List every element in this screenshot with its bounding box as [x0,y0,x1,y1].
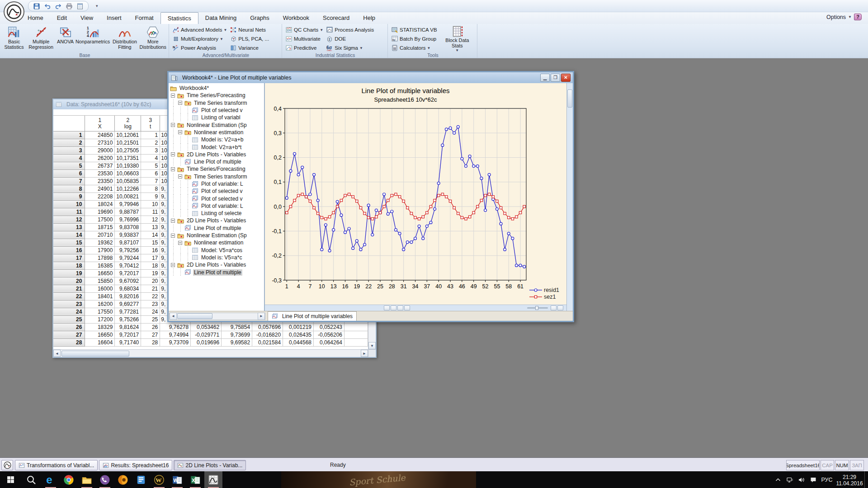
tree-item[interactable]: Plot of variable: L [170,180,264,188]
statusbar-window-tab[interactable]: Transformations of Variabl... [15,460,98,470]
row-header[interactable]: 13 [53,223,85,231]
tab-home[interactable]: Home [21,12,50,24]
power-analysis-button[interactable]: N?Power Analysis [171,44,228,52]
options-menu[interactable]: Options [826,14,846,20]
row-header[interactable]: 2 [53,139,85,146]
column-header[interactable]: 1X [85,116,115,131]
column-header[interactable]: 3t [141,116,160,131]
tree-item[interactable]: Model: V5=a*cos [170,247,264,254]
cell[interactable]: 10,17351 [115,154,141,162]
advanced-models-button[interactable]: 2Advanced Models▼ [171,26,228,34]
tab-help[interactable]: Help [356,12,382,24]
tray-action-center-button[interactable] [807,471,819,488]
cell[interactable]: 27310 [85,139,115,146]
tree-item[interactable]: Nonlinear estimation [170,129,264,136]
neural-nets-button[interactable]: Neural Nets [229,26,270,34]
cell[interactable]: 25 [141,315,160,323]
row-header[interactable]: 14 [53,231,85,239]
cell[interactable]: 27 [141,331,160,338]
row-header[interactable]: 25 [53,315,85,323]
cell[interactable]: 9,87107 [115,239,141,246]
cell[interactable]: 0,064264 [314,338,344,346]
cell[interactable]: 23 [141,300,160,308]
workbook-titlebar[interactable]: Workbook4* - Line Plot of multiple varia… [169,72,573,83]
cell[interactable]: 15 [141,239,160,246]
tab-statistics[interactable]: Statistics [160,12,198,24]
cell[interactable]: 9 [141,192,160,200]
statistica-app-logo-icon[interactable] [4,1,24,22]
quick-access-customize-icon[interactable]: ▾ [96,4,98,8]
cell[interactable]: 9,81624 [115,323,141,331]
cell[interactable]: 0,053462 [191,323,222,331]
row-header[interactable]: 4 [53,154,85,162]
cell[interactable]: 9,67092 [115,277,141,285]
cell[interactable]: 16000 [85,285,115,292]
cell[interactable]: 0,019696 [191,338,222,346]
tree-item[interactable]: Model is: V5=a*c [170,254,264,261]
chart-tool-icon[interactable] [384,305,390,310]
tree-item[interactable]: Plot of selected v [170,188,264,195]
taskbar-viber-button[interactable] [96,471,114,488]
cell[interactable]: 9,69582 [222,338,252,346]
chart-zoom-in-icon[interactable] [557,305,563,310]
cell[interactable]: 24901 [85,185,115,192]
row-header[interactable]: 15 [53,239,85,246]
spreadsheet-horizontal-scrollbar[interactable]: ◄► [53,349,368,357]
cell[interactable]: 18 [141,262,160,269]
row-header[interactable]: 12 [53,216,85,223]
cell[interactable]: 9,74994 [160,331,191,338]
basic-statistics-button[interactable]: Basic Statistics [2,25,26,53]
tree-item[interactable]: Time Series transform [170,99,264,107]
cell[interactable]: 26200 [85,154,115,162]
chart-tool-icon[interactable] [397,305,403,310]
taskbar-excel-button[interactable]: X [186,471,204,488]
collapse-icon[interactable] [178,241,182,245]
statusbar-app-icon[interactable] [1,460,13,470]
cell[interactable]: 9,68034 [115,285,141,292]
tree-item[interactable]: Line Plot of multiple [170,158,264,165]
cell[interactable]: 4 [141,154,160,162]
cell[interactable]: 28 [141,338,160,346]
report-button[interactable] [75,2,85,11]
cell[interactable]: 9,70412 [115,262,141,269]
row-header[interactable]: 8 [53,185,85,192]
cell[interactable]: 10,06603 [115,169,141,177]
cell[interactable]: 16 [141,246,160,254]
tree-item[interactable]: Time Series/Forecasting [170,165,264,173]
cell[interactable]: 18401 [85,292,115,300]
cell[interactable]: 10,21501 [115,139,141,146]
tree-item[interactable]: Listing of variabl [170,114,264,121]
cell[interactable]: 10,19380 [115,162,141,169]
cell[interactable] [344,323,368,331]
cell[interactable] [344,338,368,346]
cell[interactable]: 17200 [85,315,115,323]
tray-network-button[interactable] [784,471,796,488]
taskbar-statistica-button[interactable] [204,471,222,488]
cell[interactable]: 7 [141,177,160,185]
collapse-icon[interactable] [178,130,182,134]
cell[interactable]: 16200 [85,300,115,308]
cell[interactable]: 8 [141,185,160,192]
cell[interactable]: 9,93837 [115,231,141,239]
tray-volume-button[interactable] [796,471,807,488]
cell[interactable]: 19 [141,269,160,277]
tree-item[interactable]: Nonlinear Estimation (Sp [170,232,264,239]
cell[interactable]: 18329 [85,323,115,331]
cell[interactable]: 22 [141,292,160,300]
cell[interactable]: 9,75854 [222,323,252,331]
calculators-button[interactable]: Calculators▼ [390,44,438,52]
distribution-fitting-button[interactable]: Distribution Fitting [111,25,138,53]
cell[interactable]: -0,016820 [252,331,283,338]
block-data-stats-button[interactable]: Block Data Stats▼ [439,25,476,53]
statusbar-window-tab[interactable]: 2D Line Plots - Variab... [174,460,246,470]
cell[interactable]: 0,001219 [283,323,314,331]
tab-edit[interactable]: Edit [50,12,74,24]
more-distributions-button[interactable]: More Distributions [139,25,167,53]
cell[interactable]: 10,12266 [115,185,141,192]
pls-pca--button[interactable]: PLS, PCA, ... [229,35,270,43]
row-header[interactable]: 10 [53,200,85,208]
batch-by-group-button[interactable]: byBatch By Group [390,35,438,43]
cell[interactable]: 11 [141,208,160,216]
tree-item[interactable]: Plot of variable: L [170,202,264,210]
maximize-button[interactable]: ❐ [551,74,560,82]
